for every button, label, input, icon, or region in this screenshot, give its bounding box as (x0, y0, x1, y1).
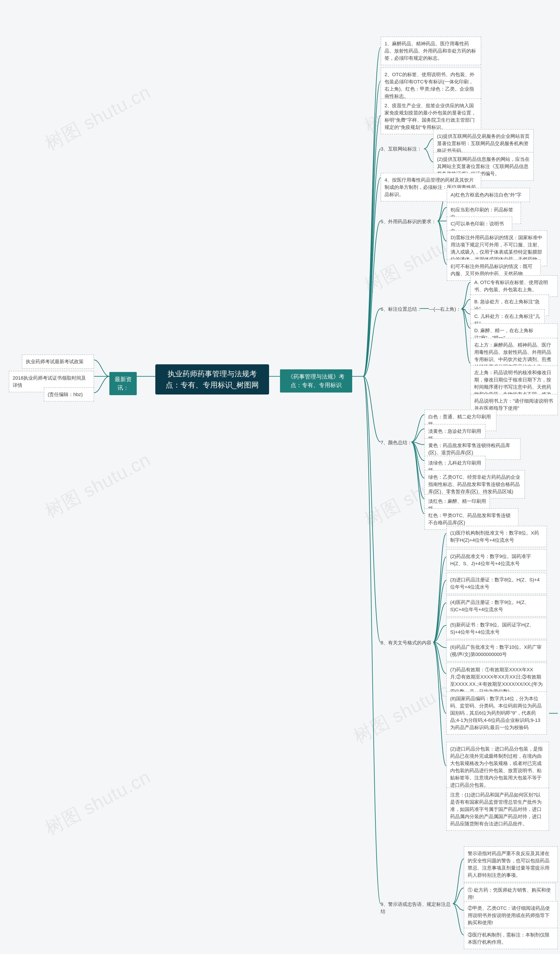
topic-n6-sub[interactable]: —(—右上角)：— (429, 306, 466, 313)
topic-n7-header[interactable]: 7、颜色总结： (381, 439, 412, 446)
topic-n8-header[interactable]: 8、有关文号格式的内容： (381, 639, 436, 646)
topic-n3-header[interactable]: 3、互联网站标注： (381, 145, 422, 153)
topic-n8-2[interactable]: (2)药品批准文号：数字9位。国药准字H(Z、S、J)+4位年号+4位流水号 (446, 549, 547, 571)
branch-topic[interactable]: 《药事管理与法规》考点：专有、专用标识 (280, 369, 352, 393)
topic-n8-9[interactable]: (2)进口药品分包装：进口药品分包装，是指药品已在境外完成最终制剂过程，在境内由… (446, 742, 549, 792)
topic-n5-header[interactable]: 5、外用药品标识的要求： (381, 218, 436, 225)
topic-n2[interactable]: 2、OTC的标签、使用说明书、内包装、外包装必须印有OTC专有标识(一体化印刷，… (381, 67, 481, 103)
news-item[interactable]: 执业药师考试最新考试政策 (22, 354, 94, 369)
topic-n9-pre[interactable]: 警示语指对药品严重不良反应及其潜在的安全性问题的警告，也可以包括药品禁忌、注意事… (464, 846, 558, 882)
watermark: 树图 shutu.cn (41, 447, 155, 524)
topic-n9-3[interactable]: ③医疗机构制剂，需标注：本制剂仅限本医疗机构作用。 (464, 928, 558, 949)
topic-n8-8-note[interactable]: 注意：(1)进口药品和国产药品如何区别?以是否有有国家药品监督管理总管生产批件为… (446, 788, 549, 831)
topic-n8-5[interactable]: (5)新药证书：数字9位。国药证字H(Z、S)+4位年号+4位流水号 (446, 618, 547, 639)
topic-n6-a[interactable]: A. OTC专有标识在标签、使用说明书、内包装、外包装右上角。 (470, 275, 558, 297)
topic-n1[interactable]: 1、麻醉药品、精神药品、医疗用毒性药品、放射性药品、外用药品和非处方药的标签，必… (381, 37, 481, 65)
topic-n8-8[interactable]: (8)国家药品编码：数字共14位，分为本位码、监管码、分类码。本位码前两位为药品… (446, 691, 547, 734)
topic-n6-header[interactable]: 6、标注位置总结： (381, 306, 422, 313)
watermark: 树图 shutu.cn (41, 764, 155, 841)
mindmap-canvas: 树图 shutu.cn 树图 shutu.cn 树图 shutu.cn 树图 s… (0, 0, 560, 954)
topic-n8-3[interactable]: (3)进口药品注册证：数字8位。H(Z、S)+4位年号+4位流水号 (446, 573, 547, 594)
branch-latest-news[interactable]: 最新资讯： (109, 372, 137, 395)
topic-n9-header[interactable]: 9、警示语或忠告语、规定标注总结 (381, 901, 453, 915)
topic-n8-1[interactable]: (1)医疗机构制剂批准文号：数字8位。X药制字H(Z)+4位年号+4位流水号 (446, 526, 547, 547)
watermark: 树图 shutu.cn (41, 80, 155, 156)
news-item[interactable]: (责任编辑：hbz) (44, 387, 94, 402)
topic-n8-4[interactable]: (4)医药产品注册证：数字9位。H(Z、S)C+4位年号+4位流水号 (446, 595, 547, 617)
topic-n9-2[interactable]: ②甲类、乙类OTC：请仔细阅读药品使用说明书并按说明使用或在药师指导下购买和使用… (464, 901, 558, 930)
topic-n8-6[interactable]: (6)药品广告批准文号：数字10位。X药广审(视/声/文)第0000000000… (446, 640, 547, 661)
root-node[interactable]: 执业药师药事管理与法规考点：专有、专用标识_树图网 (155, 364, 269, 394)
topic-n5-a[interactable]: A)红色方框底色内标注白色"外"字 (447, 188, 530, 202)
